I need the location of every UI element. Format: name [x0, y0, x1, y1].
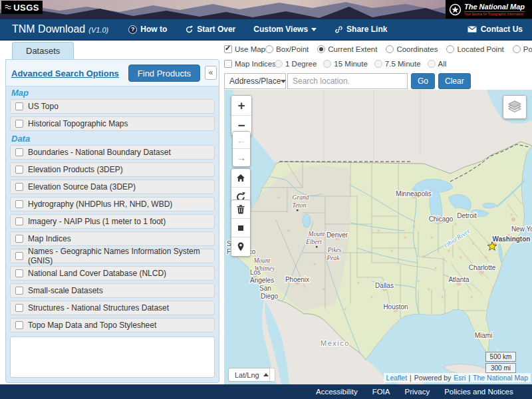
- collapse-panel-button[interactable]: «: [205, 66, 217, 80]
- map-label-los-angeles-2: Angeles: [250, 277, 274, 284]
- national-map-link[interactable]: The National Map: [473, 374, 528, 382]
- previous-extent-button[interactable]: ←: [233, 132, 250, 149]
- checkbox[interactable]: [224, 60, 232, 68]
- go-button[interactable]: Go: [411, 73, 435, 89]
- radio-current-extent[interactable]: Current Extent: [317, 45, 377, 53]
- nav-share-link[interactable]: Share Link: [334, 25, 387, 34]
- dataset-elevation-products[interactable]: Elevation Products (3DEP): [10, 162, 215, 177]
- radio-coordinates[interactable]: Coordinates: [386, 45, 438, 53]
- usgs-logo[interactable]: USGS: [1, 1, 43, 14]
- footer-foia-link[interactable]: FOIA: [372, 388, 390, 396]
- datasets-panel: Datasets Advanced Search Options Find Pr…: [5, 42, 219, 383]
- checkbox-checked[interactable]: [224, 45, 232, 53]
- radio-selected[interactable]: [317, 45, 325, 53]
- dataset-nlcd[interactable]: National Land Cover Database (NLCD): [10, 266, 215, 281]
- dataset-topo-stylesheet[interactable]: Topo Map Data and Topo Stylesheet: [10, 318, 215, 332]
- radio-disabled[interactable]: [428, 60, 436, 68]
- use-map-row: Use Map Box/Point Current Extent Coordin…: [224, 42, 532, 57]
- map-indices-checkbox[interactable]: Map Indices: [224, 60, 275, 68]
- checkbox[interactable]: [15, 287, 23, 295]
- map-label-dallas: Dallas: [375, 282, 394, 289]
- radio[interactable]: [513, 45, 521, 53]
- leaflet-link[interactable]: Leaflet: [386, 374, 408, 382]
- map-label-miami: Miami: [475, 332, 493, 339]
- checkbox[interactable]: [15, 148, 23, 156]
- radio-polygon[interactable]: Polygon:: [513, 45, 532, 53]
- search-location-input[interactable]: [287, 73, 408, 89]
- checkbox[interactable]: [15, 269, 23, 277]
- radio-disabled[interactable]: [374, 60, 382, 68]
- latlng-toggle-button[interactable]: Lat/Lng: [228, 368, 275, 382]
- radio-located-point[interactable]: Located Point: [446, 45, 503, 53]
- esri-link[interactable]: Esri: [454, 374, 466, 382]
- map-indices-row: Map Indices 1 Degree 15 Minute 7.5 Minut…: [224, 57, 532, 71]
- checkbox[interactable]: [15, 102, 23, 110]
- radio-all[interactable]: All: [428, 60, 447, 68]
- map-label-san-diego-1: San: [259, 285, 271, 292]
- radio[interactable]: [265, 45, 273, 53]
- radio-1-degree[interactable]: 1 Degree: [275, 60, 317, 68]
- drop-point-button[interactable]: [231, 237, 250, 256]
- footer-privacy-link[interactable]: Privacy: [404, 388, 430, 396]
- radio-disabled[interactable]: [275, 60, 283, 68]
- extent-history-control: ← →: [232, 131, 251, 167]
- checkbox[interactable]: [15, 183, 23, 191]
- draw-box-button[interactable]: [231, 219, 250, 237]
- checkbox[interactable]: [15, 217, 23, 225]
- radio-box-point[interactable]: Box/Point: [265, 45, 309, 53]
- home-icon: [235, 173, 246, 184]
- nav-how-to[interactable]: ? How to: [128, 25, 167, 34]
- dataset-map-indices[interactable]: Map Indices: [10, 231, 215, 246]
- map-canvas[interactable]: Minneapolis Chicago Detroit New York Was…: [224, 90, 532, 384]
- radio-disabled[interactable]: [323, 60, 331, 68]
- next-extent-button[interactable]: →: [233, 149, 250, 166]
- delete-graphics-button[interactable]: [231, 200, 250, 219]
- nav-custom-views[interactable]: Custom Views: [253, 25, 317, 34]
- search-category-select[interactable]: Address/Place: [224, 73, 286, 89]
- national-map-logo[interactable]: The National Map Your Source for Topogra…: [446, 0, 532, 19]
- tnm-download-app: USGS The National Map Your Source for To…: [0, 0, 532, 399]
- radio[interactable]: [446, 45, 454, 53]
- checkbox[interactable]: [15, 166, 23, 174]
- section-heading-data: Data: [11, 134, 215, 144]
- clear-button[interactable]: Clear: [438, 73, 471, 89]
- national-map-title: The National Map: [464, 3, 525, 11]
- chevron-up-icon: [263, 373, 269, 376]
- advanced-search-link[interactable]: Advanced Search Options: [11, 68, 119, 78]
- checkbox[interactable]: [15, 321, 23, 329]
- dataset-structures[interactable]: Structures - National Structures Dataset: [10, 301, 215, 315]
- dataset-names-gnis[interactable]: Names - Geographic Names Information Sys…: [10, 249, 215, 263]
- map-label-pikes-peak-1: Pikes: [327, 247, 342, 253]
- location-search-bar: Address/Place Go Clear: [224, 73, 532, 89]
- basemap-layers-button[interactable]: [503, 96, 526, 118]
- radio-75-minute[interactable]: 7.5 Minute: [374, 60, 421, 68]
- app-title-text: TNM Download: [12, 23, 85, 35]
- dataset-elevation-source[interactable]: Elevation Source Data (3DEP): [10, 180, 215, 194]
- checkbox[interactable]: [15, 120, 23, 128]
- dataset-small-scale[interactable]: Small-scale Datasets: [10, 283, 215, 298]
- dataset-imagery[interactable]: Imagery - NAIP Plus (1 meter to 1 foot): [10, 214, 215, 229]
- radio[interactable]: [386, 45, 394, 53]
- map-label-chicago: Chicago: [429, 215, 454, 223]
- map-viewport[interactable]: Minneapolis Chicago Detroit New York Was…: [224, 90, 532, 384]
- map-label-grand-teton-1: Grand: [293, 194, 309, 201]
- checkbox[interactable]: [15, 304, 23, 312]
- use-map-checkbox[interactable]: Use Map: [224, 45, 265, 53]
- zoom-in-button[interactable]: +: [231, 96, 251, 116]
- find-products-button[interactable]: Find Products: [128, 65, 200, 82]
- nav-start-over[interactable]: Start Over: [185, 25, 235, 34]
- dataset-historical-topo[interactable]: Historical Topographic Maps: [10, 116, 215, 131]
- footer-accessibility-link[interactable]: Accessibility: [316, 388, 358, 396]
- dataset-hydrography[interactable]: Hydrography (NHDPlus HR, NHD, WBD): [10, 197, 215, 211]
- nav-contact-us[interactable]: Contact Us: [467, 25, 523, 34]
- checkbox[interactable]: [15, 235, 23, 243]
- footer-policies-link[interactable]: Policies and Notices: [444, 388, 513, 396]
- radio-15-minute[interactable]: 15 Minute: [323, 60, 368, 68]
- tab-datasets[interactable]: Datasets: [12, 42, 74, 60]
- home-extent-button[interactable]: [231, 169, 250, 188]
- checkbox[interactable]: [15, 200, 23, 208]
- dataset-boundaries[interactable]: Boundaries - National Boundary Dataset: [10, 145, 215, 160]
- dataset-us-topo[interactable]: US Topo: [10, 99, 215, 114]
- latlng-handle[interactable]: [269, 368, 275, 382]
- checkbox[interactable]: [15, 252, 23, 260]
